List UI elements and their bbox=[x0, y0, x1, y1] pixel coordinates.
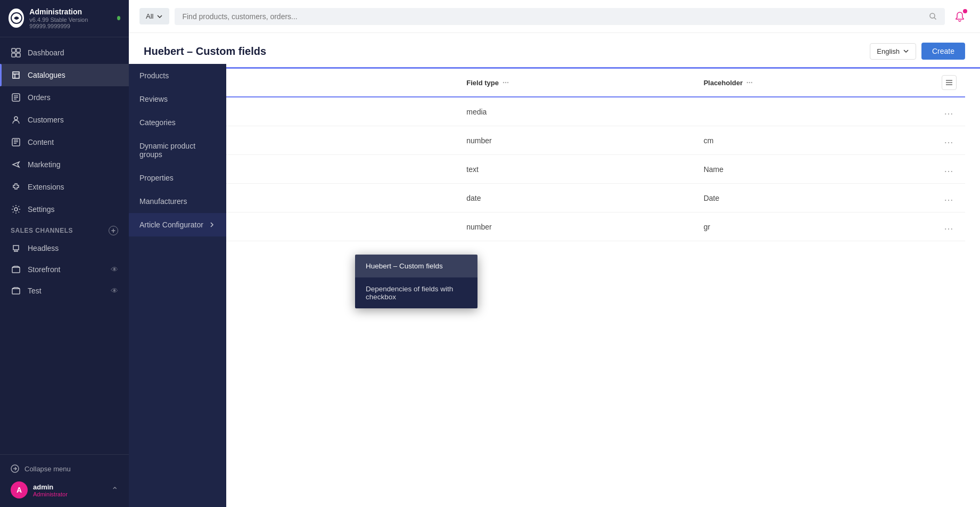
row-actions-cell: … bbox=[933, 126, 965, 155]
svg-point-16 bbox=[747, 82, 748, 83]
channel-label: Test bbox=[28, 287, 42, 295]
sidebar-item-label: Catalogues bbox=[28, 71, 65, 79]
page-header: Huebert – Custom fields English Create bbox=[129, 33, 980, 67]
page-title: Huebert – Custom fields bbox=[144, 45, 266, 58]
submenu-item-properties[interactable]: Properties bbox=[129, 166, 226, 190]
custom-fields-table: Field type Placeholder bbox=[144, 69, 965, 241]
table-container: Field type Placeholder bbox=[129, 69, 980, 507]
sidebar: Administration v6.4.99 Stable Version 99… bbox=[0, 0, 129, 507]
row-menu-button[interactable]: … bbox=[942, 219, 956, 234]
row-menu-button[interactable]: … bbox=[942, 104, 956, 119]
svg-rect-4 bbox=[17, 53, 20, 57]
row-field-type-cell: number bbox=[458, 212, 695, 241]
sidebar-item-label: Settings bbox=[28, 205, 55, 214]
submenu-item-dynamic-product-groups[interactable]: Dynamic product groups bbox=[129, 134, 226, 166]
table-settings-icon[interactable] bbox=[942, 75, 957, 90]
row-field-type-cell: number bbox=[458, 126, 695, 155]
svg-rect-9 bbox=[12, 267, 20, 273]
language-select[interactable]: English bbox=[870, 43, 916, 60]
row-menu-button[interactable]: … bbox=[942, 190, 956, 206]
sidebar-item-content[interactable]: Content bbox=[0, 131, 129, 153]
svg-point-12 bbox=[930, 13, 935, 18]
col-actions-header bbox=[933, 69, 965, 97]
orders-icon bbox=[11, 92, 21, 103]
row-placeholder-cell: Date bbox=[695, 184, 933, 212]
svg-rect-1 bbox=[12, 48, 15, 52]
row-menu-button[interactable]: … bbox=[942, 161, 956, 177]
search-input[interactable] bbox=[182, 12, 925, 21]
sidebar-item-marketing[interactable]: Marketing bbox=[0, 153, 129, 176]
extensions-icon bbox=[11, 182, 21, 192]
submenu-item-reviews[interactable]: Reviews bbox=[129, 87, 226, 111]
svg-rect-3 bbox=[12, 53, 15, 57]
col-field-type-header: Field type bbox=[458, 69, 695, 97]
sidebar-item-label: Content bbox=[28, 138, 54, 146]
storefront-icon bbox=[11, 264, 21, 275]
chevron-up-icon: ⌃ bbox=[111, 485, 118, 495]
app-version: v6.4.99 Stable Version 99999.9999999 bbox=[29, 17, 111, 29]
flyout-item-dependencies[interactable]: Dependencies of fields with checkbox bbox=[355, 277, 477, 308]
notification-dot bbox=[963, 9, 967, 13]
sidebar-item-storefront[interactable]: Storefront 👁 bbox=[0, 259, 129, 280]
table-row: media … bbox=[144, 97, 965, 126]
submenu-item-article-configurator[interactable]: Article Configurator bbox=[129, 213, 226, 236]
headless-icon bbox=[11, 243, 21, 254]
collapse-menu-button[interactable]: Collapse menu bbox=[11, 461, 118, 476]
submenu-item-categories[interactable]: Categories bbox=[129, 111, 226, 134]
filter-button[interactable]: All bbox=[139, 8, 169, 24]
add-sales-channel-button[interactable]: + bbox=[109, 226, 118, 235]
content-icon bbox=[11, 137, 21, 148]
svg-point-15 bbox=[507, 82, 508, 83]
user-name: admin bbox=[33, 483, 68, 491]
sidebar-item-orders[interactable]: Orders bbox=[0, 86, 129, 109]
catalogues-submenu: Products Reviews Categories Dynamic prod… bbox=[129, 64, 226, 507]
sidebar-header: Administration v6.4.99 Stable Version 99… bbox=[0, 0, 129, 37]
row-placeholder-cell: gr bbox=[695, 212, 933, 241]
sidebar-item-label: Marketing bbox=[28, 160, 60, 169]
app-title: Administration bbox=[29, 7, 111, 17]
svg-point-6 bbox=[14, 117, 18, 120]
sidebar-item-settings[interactable]: Settings bbox=[0, 198, 129, 220]
sidebar-item-catalogues[interactable]: Catalogues bbox=[0, 64, 129, 86]
svg-rect-10 bbox=[12, 289, 20, 294]
article-configurator-flyout: Huebert – Custom fields Dependencies of … bbox=[355, 255, 477, 308]
row-actions-cell: … bbox=[933, 212, 965, 241]
topbar: All bbox=[129, 0, 980, 33]
row-field-type-cell: text bbox=[458, 155, 695, 184]
search-bar bbox=[175, 8, 945, 25]
sidebar-item-customers[interactable]: Customers bbox=[0, 109, 129, 131]
sidebar-item-extensions[interactable]: Extensions bbox=[0, 176, 129, 198]
flyout-item-huebert-custom-fields[interactable]: Huebert – Custom fields bbox=[355, 255, 477, 277]
svg-point-13 bbox=[503, 82, 504, 83]
user-role: Administrator bbox=[33, 491, 68, 497]
eye-icon: 👁 bbox=[111, 265, 118, 274]
sidebar-item-test[interactable]: Test 👁 bbox=[0, 280, 129, 301]
row-placeholder-cell bbox=[695, 97, 933, 126]
catalogues-icon bbox=[11, 70, 21, 80]
search-icon bbox=[929, 12, 937, 21]
submenu-item-products[interactable]: Products bbox=[129, 64, 226, 87]
create-button[interactable]: Create bbox=[921, 43, 965, 60]
customers-icon bbox=[11, 115, 21, 125]
column-options-icon[interactable] bbox=[502, 79, 509, 86]
col-placeholder-header: Placeholder bbox=[695, 69, 933, 97]
sidebar-item-headless[interactable]: Headless bbox=[0, 238, 129, 259]
row-actions-cell: … bbox=[933, 155, 965, 184]
channel-label: Headless bbox=[28, 244, 59, 252]
row-menu-button[interactable]: … bbox=[942, 133, 956, 148]
sidebar-item-label: Customers bbox=[28, 116, 64, 124]
dashboard-icon bbox=[11, 47, 21, 58]
online-indicator bbox=[117, 16, 121, 20]
sidebar-item-label: Orders bbox=[28, 93, 51, 102]
sales-channels-header: Sales Channels + bbox=[0, 220, 129, 238]
column-options-icon[interactable] bbox=[746, 79, 753, 86]
svg-point-8 bbox=[14, 208, 18, 211]
notification-button[interactable] bbox=[950, 7, 969, 26]
svg-point-17 bbox=[749, 82, 750, 83]
eye-icon: 👁 bbox=[111, 287, 118, 295]
user-profile[interactable]: A admin Administrator ⌃ bbox=[11, 476, 118, 501]
svg-point-18 bbox=[751, 82, 752, 83]
row-placeholder-cell: Name bbox=[695, 155, 933, 184]
submenu-item-manufacturers[interactable]: Manufacturers bbox=[129, 190, 226, 213]
sidebar-item-dashboard[interactable]: Dashboard bbox=[0, 42, 129, 64]
